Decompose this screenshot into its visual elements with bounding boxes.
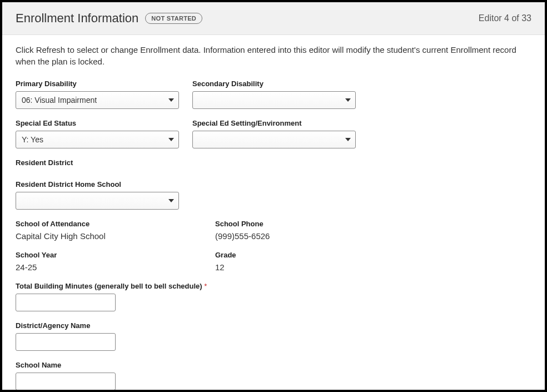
chevron-down-icon: [168, 138, 174, 141]
special-ed-setting-label: Special Ed Setting/Environment: [192, 119, 356, 127]
editor-progress: Editor 4 of 33: [479, 13, 531, 23]
chevron-down-icon: [168, 98, 174, 102]
primary-disability-select[interactable]: 06: Visual Impairment: [16, 91, 179, 109]
school-year-label: School Year: [16, 251, 202, 259]
school-of-attendance-label: School of Attendance: [16, 220, 202, 228]
special-ed-status-select[interactable]: Y: Yes: [16, 131, 179, 148]
resident-district-home-school-label: Resident District Home School: [16, 180, 179, 188]
required-indicator: *: [204, 282, 207, 290]
total-building-minutes-label: Total Building Minutes (generally bell t…: [16, 282, 207, 290]
school-year-value: 24-25: [16, 262, 202, 272]
special-ed-setting-select[interactable]: [192, 131, 356, 148]
school-phone-label: School Phone: [215, 220, 270, 228]
grade-label: Grade: [215, 251, 236, 259]
secondary-disability-label: Secondary Disability: [192, 80, 356, 88]
special-ed-status-value: Y: Yes: [22, 135, 43, 144]
chevron-down-icon: [345, 98, 351, 102]
grade-value: 12: [215, 262, 236, 272]
primary-disability-value: 06: Visual Impairment: [22, 96, 97, 105]
chevron-down-icon: [345, 138, 351, 141]
district-agency-name-label: District/Agency Name: [16, 321, 116, 330]
instruction-text: Click Refresh to select or change Enroll…: [16, 44, 531, 67]
editor-header: Enrollment Information NOT STARTED Edito…: [2, 2, 545, 35]
status-badge: NOT STARTED: [145, 13, 202, 24]
resident-district-home-school-select[interactable]: [16, 192, 179, 210]
primary-disability-label: Primary Disability: [16, 80, 179, 88]
chevron-down-icon: [168, 199, 174, 202]
resident-district-label: Resident District: [16, 158, 179, 167]
page-title: Enrollment Information: [16, 11, 138, 26]
total-building-minutes-input[interactable]: [16, 294, 116, 311]
secondary-disability-select[interactable]: [192, 91, 356, 109]
special-ed-status-label: Special Ed Status: [16, 119, 179, 127]
school-of-attendance-value: Capital City High School: [16, 231, 202, 241]
school-name-input[interactable]: [16, 373, 116, 390]
school-phone-value: (999)555-6526: [215, 231, 270, 241]
school-name-label: School Name: [16, 361, 116, 369]
district-agency-name-input[interactable]: [16, 333, 116, 351]
